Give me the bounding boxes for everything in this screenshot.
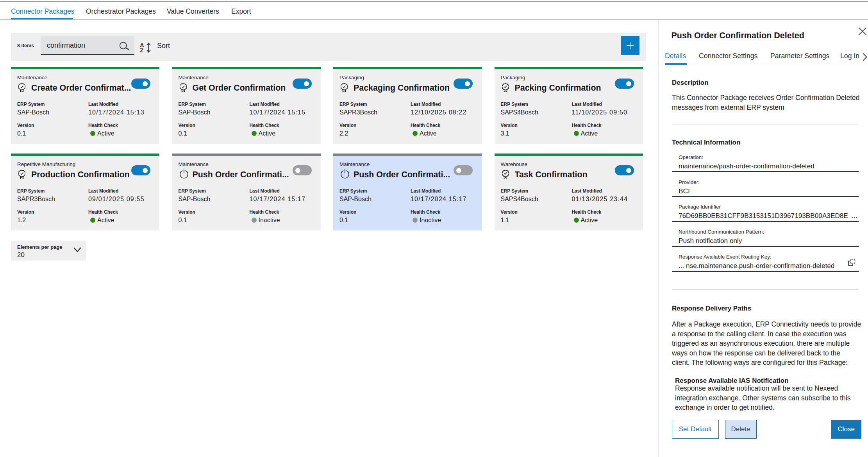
svg-text:Z: Z — [140, 47, 143, 54]
